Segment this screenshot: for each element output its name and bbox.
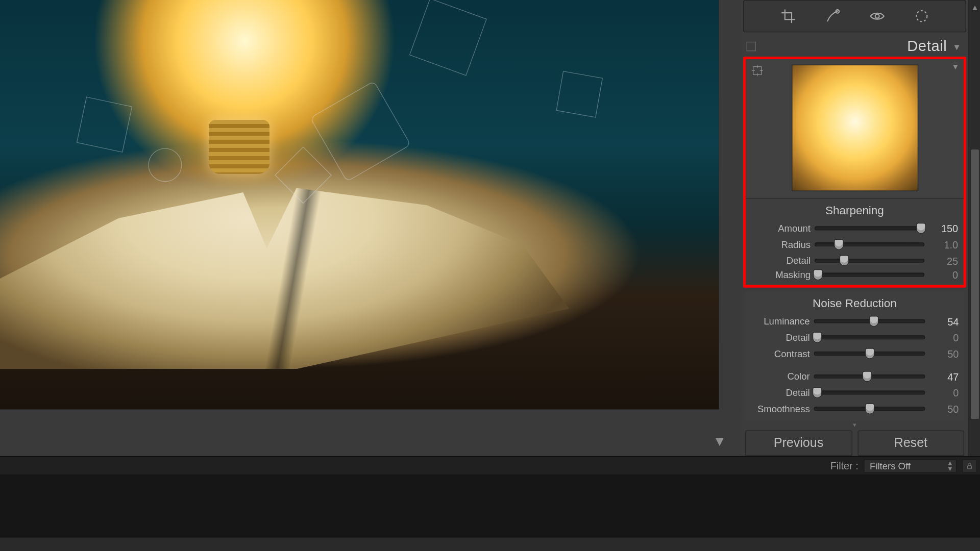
updown-icon: ▲▼ <box>947 460 953 471</box>
previous-button[interactable]: Previous <box>745 430 852 456</box>
detail-slider[interactable]: Detail 25 <box>746 253 963 269</box>
masking-label: Masking <box>751 269 811 280</box>
filter-selected: Filters Off <box>870 460 911 471</box>
photo-illustration <box>148 148 182 182</box>
color-slider[interactable]: Color 47 <box>745 368 964 385</box>
radius-label: Radius <box>751 239 811 250</box>
masking-slider[interactable]: Masking 0 <box>746 269 963 285</box>
bottom-border <box>0 537 980 551</box>
filter-label: Filter : <box>830 460 859 471</box>
panel-scrollbar[interactable]: ▲ <box>969 0 980 456</box>
luminance-value[interactable]: 54 <box>929 315 959 327</box>
color-knob[interactable] <box>863 372 871 381</box>
filter-bar: Filter : Filters Off ▲▼ <box>0 456 980 475</box>
reset-button[interactable]: Reset <box>857 430 964 456</box>
canvas-area: ▼ <box>0 0 741 456</box>
smoothness-value[interactable]: 50 <box>929 403 959 414</box>
contrast-value[interactable]: 50 <box>929 348 959 359</box>
radius-slider[interactable]: Radius 1.0 <box>746 236 963 253</box>
panel-title: Detail <box>907 38 947 55</box>
noise-title: Noise Reduction <box>745 292 964 313</box>
luminance-slider[interactable]: Luminance 54 <box>745 313 964 330</box>
filter-dropdown[interactable]: Filters Off ▲▼ <box>864 459 957 472</box>
radius-knob[interactable] <box>835 240 843 249</box>
canvas-toolbar-area: ▼ <box>0 410 741 456</box>
spot-removal-icon[interactable] <box>824 8 841 25</box>
detail-value[interactable]: 25 <box>928 255 958 266</box>
lum-detail-value[interactable]: 0 <box>929 332 959 343</box>
detail-preview-row: ▼ <box>746 59 963 198</box>
smoothness-slider[interactable]: Smoothness 50 <box>745 400 964 417</box>
sharpening-title: Sharpening <box>746 198 963 220</box>
image-preview[interactable] <box>0 0 719 410</box>
red-eye-tool-icon[interactable] <box>868 8 886 25</box>
luminance-knob[interactable] <box>870 316 878 325</box>
photo-illustration <box>556 71 603 118</box>
sharpening-section-highlighted: ▼ Sharpening Amount 150 Radius 1.0 <box>743 57 966 288</box>
luminance-label: Luminance <box>750 316 810 327</box>
radial-filter-icon[interactable] <box>913 8 930 25</box>
lum-detail-slider[interactable]: Detail 0 <box>745 329 964 345</box>
panel-toggle-switch[interactable] <box>747 42 756 51</box>
crop-tool-icon[interactable] <box>779 8 797 25</box>
color-value[interactable]: 47 <box>929 371 959 382</box>
lum-detail-knob[interactable] <box>813 333 821 342</box>
preview-collapse-icon[interactable]: ▼ <box>951 62 960 71</box>
detail-preview-thumbnail[interactable] <box>791 65 918 191</box>
svg-point-2 <box>916 11 927 21</box>
amount-value[interactable]: 150 <box>928 222 958 234</box>
scroll-thumb[interactable] <box>971 149 979 419</box>
filter-lock-button[interactable] <box>962 459 977 472</box>
color-detail-slider[interactable]: Detail 0 <box>745 385 964 401</box>
amount-knob[interactable] <box>917 223 925 233</box>
svg-point-1 <box>875 14 879 18</box>
photo-illustration <box>209 120 270 174</box>
contrast-slider[interactable]: Contrast 50 <box>745 345 964 362</box>
tool-strip <box>743 0 966 32</box>
detail-knob[interactable] <box>840 256 848 265</box>
panel-header-detail[interactable]: Detail ▼ <box>741 36 968 57</box>
preview-target-picker-icon[interactable] <box>751 65 764 77</box>
masking-knob[interactable] <box>814 270 822 279</box>
amount-slider[interactable]: Amount 150 <box>746 220 963 237</box>
photo-illustration <box>77 96 133 153</box>
svg-rect-4 <box>968 465 972 468</box>
lum-detail-label: Detail <box>750 332 810 343</box>
canvas-soft-proof-dropdown[interactable]: ▼ <box>713 434 726 449</box>
smoothness-label: Smoothness <box>750 404 810 414</box>
color-detail-knob[interactable] <box>813 388 821 397</box>
contrast-knob[interactable] <box>866 349 874 358</box>
smoothness-knob[interactable] <box>866 404 874 413</box>
color-detail-value[interactable]: 0 <box>929 387 959 398</box>
chevron-down-icon: ▼ <box>952 41 962 52</box>
filmstrip-area[interactable] <box>0 475 980 537</box>
noise-reduction-section: Noise Reduction Luminance 54 Detail 0 Co… <box>745 292 964 421</box>
amount-label: Amount <box>751 223 811 234</box>
scroll-up-icon[interactable]: ▲ <box>971 3 979 11</box>
detail-label: Detail <box>751 255 811 266</box>
radius-value[interactable]: 1.0 <box>928 239 958 250</box>
contrast-label: Contrast <box>750 348 810 359</box>
color-detail-label: Detail <box>750 387 810 398</box>
panel-divider-handle[interactable]: ▾ <box>743 421 966 428</box>
color-label: Color <box>750 371 810 382</box>
masking-value[interactable]: 0 <box>928 269 958 280</box>
